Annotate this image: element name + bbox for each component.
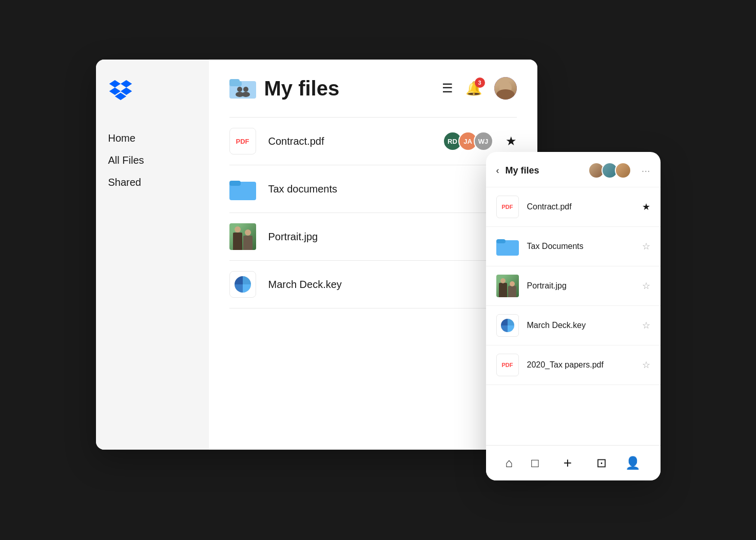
portrait-thumbnail	[229, 223, 256, 250]
mobile-panel: ‹ My files ··· PDF Contract.pdf ★	[486, 152, 661, 480]
header-folder-icon	[229, 76, 256, 101]
mobile-pdf-label-2: PDF	[502, 362, 513, 368]
mobile-file-name-march: March Deck.key	[527, 321, 634, 330]
page-title: My files	[264, 77, 340, 100]
file-icon-contract: PDF	[229, 128, 256, 155]
desktop-window: Home All Files Shared	[96, 60, 537, 450]
mobile-star-portrait[interactable]: ☆	[642, 280, 650, 292]
star-button-contract[interactable]: ★	[506, 134, 517, 148]
mobile-file-icon-tax	[496, 235, 519, 258]
list-item: Tax Documents ☆	[486, 227, 661, 266]
header-right: ☰ 🔔 3	[442, 77, 517, 100]
file-name-contract: Contract.pdf	[268, 136, 431, 147]
mobile-nav-home-icon[interactable]: ⌂	[506, 456, 513, 470]
mobile-star-tax-papers[interactable]: ☆	[642, 359, 650, 371]
list-item: PDF 2020_Tax papers.pdf ☆	[486, 345, 661, 385]
mobile-file-icon-portrait	[496, 275, 519, 297]
mobile-collaborators	[588, 162, 631, 179]
sidebar: Home All Files Shared	[96, 60, 209, 450]
table-row: PDF Contract.pdf RD JA WJ ★	[229, 118, 517, 165]
svg-rect-11	[496, 239, 506, 243]
svg-point-3	[237, 87, 242, 92]
table-row: March Deck.key ☆	[229, 261, 517, 308]
file-list: PDF Contract.pdf RD JA WJ ★	[229, 118, 517, 308]
mobile-nav-photos-icon[interactable]: ⊡	[596, 456, 607, 470]
main-header: My files ☰ 🔔 3	[229, 76, 517, 101]
mobile-back-button[interactable]: ‹	[496, 165, 499, 176]
mobile-avatar-3	[615, 162, 631, 179]
file-name-portrait: Portrait.jpg	[268, 231, 493, 243]
mobile-file-icon-contract: PDF	[496, 196, 519, 218]
list-item: PDF Contract.pdf ★	[486, 187, 661, 227]
svg-point-4	[243, 87, 248, 92]
sidebar-nav: Home All Files Shared	[108, 127, 197, 194]
table-row: Portrait.jpg ☆	[229, 213, 517, 261]
notification-button[interactable]: 🔔 3	[466, 81, 482, 97]
mobile-pdf-label: PDF	[502, 204, 513, 210]
mobile-star-contract[interactable]: ★	[642, 201, 650, 213]
list-item: March Deck.key ☆	[486, 306, 661, 345]
mobile-file-icon-march	[496, 314, 519, 337]
mobile-file-name-portrait: Portrait.jpg	[527, 281, 634, 291]
svg-rect-2	[229, 79, 240, 84]
mobile-nav-files-icon[interactable]: □	[531, 456, 539, 470]
mobile-portrait-thumb	[496, 275, 519, 297]
mobile-star-march[interactable]: ☆	[642, 320, 650, 331]
svg-rect-8	[229, 181, 241, 186]
notification-badge: 3	[475, 78, 485, 88]
file-icon-tax	[229, 176, 256, 202]
sidebar-item-all-files[interactable]: All Files	[108, 149, 197, 171]
mobile-nav-user-icon[interactable]: 👤	[625, 456, 641, 470]
list-item: Portrait.jpg ☆	[486, 266, 661, 306]
mobile-file-icon-tax-papers: PDF	[496, 354, 519, 376]
user-avatar[interactable]	[494, 77, 517, 100]
mobile-header: ‹ My files ···	[486, 152, 661, 187]
mobile-title: My files	[506, 165, 582, 176]
sidebar-item-home[interactable]: Home	[108, 127, 197, 149]
file-name-tax: Tax documents	[268, 183, 493, 195]
pdf-label: PDF	[236, 138, 249, 145]
mobile-more-button[interactable]: ···	[642, 165, 650, 177]
menu-icon[interactable]: ☰	[442, 81, 453, 95]
mobile-star-tax[interactable]: ☆	[642, 241, 650, 252]
svg-point-6	[242, 92, 250, 97]
collaborator-avatar-wj: WJ	[474, 131, 493, 151]
file-name-march: March Deck.key	[268, 279, 493, 291]
file-icon-march	[229, 271, 256, 298]
file-icon-portrait	[229, 223, 256, 250]
mobile-file-name-tax: Tax Documents	[527, 242, 634, 251]
table-row: Tax documents ☆	[229, 165, 517, 213]
file-collaborators: RD JA WJ	[443, 131, 493, 151]
mobile-file-name-contract: Contract.pdf	[527, 202, 634, 211]
mobile-bottom-nav: ⌂ □ + ⊡ 👤	[486, 445, 661, 480]
mobile-file-list: PDF Contract.pdf ★ Tax Documents ☆	[486, 187, 661, 445]
mobile-file-name-tax-papers: 2020_Tax papers.pdf	[527, 360, 634, 370]
sidebar-item-shared[interactable]: Shared	[108, 171, 197, 194]
mobile-nav-add-button[interactable]: +	[557, 453, 578, 473]
header-left: My files	[229, 76, 340, 101]
dropbox-logo[interactable]	[108, 80, 197, 103]
